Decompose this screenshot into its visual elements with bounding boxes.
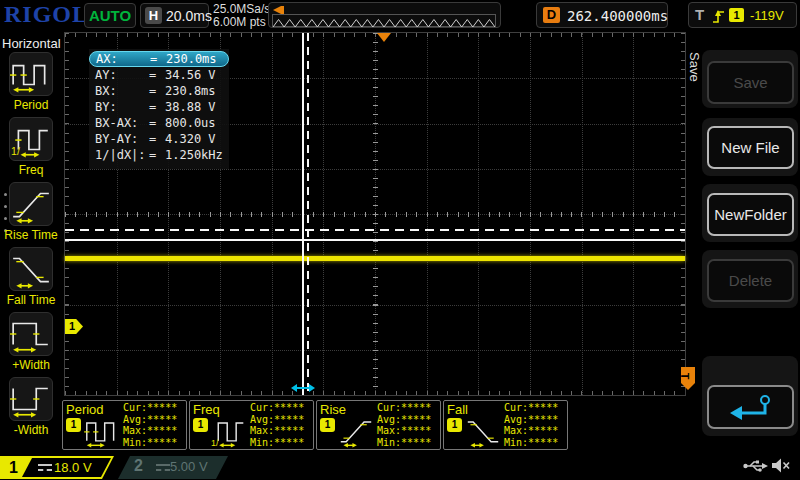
measure-stats: Cur:*****Avg:*****Max:*****Min:***** bbox=[504, 402, 558, 448]
oscilloscope-screen: RIGOL AUTO H 20.0ms 25.0MSa/s 6.00M pts … bbox=[0, 0, 800, 480]
trigger-indicator: T 1 -119V bbox=[688, 2, 797, 28]
cursor-ay-line[interactable] bbox=[65, 239, 685, 241]
timebase-value: 20.0ms bbox=[166, 8, 212, 24]
delete-button[interactable]: Delete bbox=[707, 259, 794, 302]
rise-wave-icon bbox=[337, 414, 375, 448]
usb-icon bbox=[742, 459, 768, 473]
ch1-trace bbox=[65, 256, 685, 261]
channel-badge: 1 bbox=[320, 418, 335, 432]
sample-rate: 25.0MSa/s bbox=[213, 2, 270, 16]
rigol-logo: RIGOL bbox=[4, 1, 89, 28]
menu-scroll-dot bbox=[4, 205, 7, 208]
menu-label-period: Period bbox=[0, 98, 62, 112]
trigger-slope-icon bbox=[711, 7, 726, 25]
pos-width-icon bbox=[9, 312, 53, 356]
right-menu-tab: Save bbox=[687, 52, 702, 82]
channel-badge: 1 bbox=[66, 418, 81, 432]
cursor-row-bx: BX:=230.8ms bbox=[89, 83, 229, 99]
period-wave-icon bbox=[83, 414, 121, 448]
speaker-muted-icon bbox=[770, 457, 792, 474]
dc-coupling-icon bbox=[156, 464, 170, 471]
neg-width-icon bbox=[9, 377, 53, 421]
measure-panel-period: Period 1 Cur:*****Avg:*****Max:*****Min:… bbox=[62, 400, 187, 450]
measure-panel-rise: Rise 1 Cur:*****Avg:*****Max:*****Min:**… bbox=[316, 400, 441, 450]
menu-scroll-dot bbox=[4, 217, 7, 220]
cursor-row-inv-dx: 1/|dX|:=1.250kHz bbox=[89, 147, 229, 163]
memory-depth: 6.00M pts bbox=[213, 15, 266, 29]
ch1-number: 1 bbox=[2, 458, 34, 477]
cursor-drag-icon[interactable] bbox=[291, 383, 315, 393]
horizontal-h-icon: H bbox=[145, 7, 162, 24]
delay-indicator: D 262.400000ms bbox=[536, 2, 668, 28]
freq-icon: 1/ bbox=[9, 117, 53, 161]
trigger-level: -119V bbox=[750, 8, 784, 23]
measure-panel-fall: Fall 1 Cur:*****Avg:*****Max:*****Min:**… bbox=[443, 400, 568, 450]
svg-text:1/: 1/ bbox=[211, 438, 219, 448]
cursor-by-line[interactable] bbox=[65, 229, 685, 231]
save-button[interactable]: Save bbox=[707, 61, 794, 104]
measure-stats: Cur:*****Avg:*****Max:*****Min:***** bbox=[123, 402, 177, 448]
back-button[interactable] bbox=[707, 385, 794, 429]
cursor-row-ax: AX:=230.0ms bbox=[89, 51, 229, 67]
waveform-preview bbox=[268, 2, 501, 28]
ch1-scale: 18.0 V bbox=[54, 460, 92, 475]
fall-time-icon bbox=[9, 247, 53, 291]
channel-badge: 1 bbox=[193, 418, 208, 432]
ch2-number: 2 bbox=[134, 457, 143, 475]
menu-label-neg-width: -Width bbox=[0, 423, 62, 437]
ch1-badge-body: 1 18.0 V bbox=[2, 458, 111, 477]
return-arrow-icon bbox=[725, 393, 777, 421]
preview-wave bbox=[272, 14, 496, 27]
cursor-bx-line[interactable] bbox=[307, 33, 309, 395]
trigger-source-badge: 1 bbox=[729, 8, 744, 22]
ch2-badge[interactable]: 2 5.00 V bbox=[118, 456, 228, 479]
rise-time-icon bbox=[9, 182, 53, 226]
cursor-row-by-ay: BY-AY:=4.320 V bbox=[89, 131, 229, 147]
graticule: 1 T AX:=230.0ms AY:=34.56 V BX:=230.8ms … bbox=[64, 32, 686, 396]
fall-wave-icon bbox=[464, 414, 502, 448]
freq-wave-icon: 1/ bbox=[210, 414, 248, 448]
delay-d-icon: D bbox=[543, 7, 560, 23]
dc-coupling-icon bbox=[38, 464, 52, 471]
menu-label-freq: Freq bbox=[0, 163, 62, 177]
menu-label-rise-time: Rise Time bbox=[0, 228, 62, 242]
timebase-indicator: H 20.0ms bbox=[140, 3, 209, 28]
new-folder-button[interactable]: NewFolder bbox=[707, 193, 794, 236]
new-file-button[interactable]: New File bbox=[707, 126, 794, 169]
delay-value: 262.400000ms bbox=[567, 8, 668, 24]
ch1-badge[interactable]: 1 18.0 V bbox=[0, 456, 114, 479]
trigger-position-icon[interactable] bbox=[377, 33, 391, 42]
center-vertical-axis bbox=[373, 33, 378, 395]
cursor-ax-line[interactable] bbox=[302, 33, 304, 395]
cursor-readout-panel: AX:=230.0ms AY:=34.56 V BX:=230.8ms BY:=… bbox=[89, 49, 229, 169]
left-menu-title: Horizontal bbox=[2, 36, 61, 51]
preview-position-icon bbox=[273, 6, 285, 14]
cursor-row-by: BY:=38.88 V bbox=[89, 99, 229, 115]
trigger-t-label: T bbox=[695, 6, 704, 23]
measure-panel-freq: Freq 1 1/ Cur:*****Avg:*****Max:*****Min… bbox=[189, 400, 314, 450]
cursor-row-ay: AY:=34.56 V bbox=[89, 67, 229, 83]
svg-text:1/: 1/ bbox=[11, 145, 20, 157]
menu-scroll-dot bbox=[4, 193, 7, 196]
period-icon bbox=[9, 52, 53, 96]
menu-label-pos-width: +Width bbox=[0, 358, 62, 372]
measure-stats: Cur:*****Avg:*****Max:*****Min:***** bbox=[377, 402, 431, 448]
cursor-row-bx-ax: BX-AX:=800.0us bbox=[89, 115, 229, 131]
ch2-scale: 5.00 V bbox=[170, 459, 208, 474]
channel-badge: 1 bbox=[447, 418, 462, 432]
run-status-badge: AUTO bbox=[84, 3, 136, 28]
measure-stats: Cur:*****Avg:*****Max:*****Min:***** bbox=[250, 402, 304, 448]
ch1-level-marker[interactable]: 1 bbox=[65, 319, 83, 334]
menu-label-fall-time: Fall Time bbox=[0, 293, 62, 307]
